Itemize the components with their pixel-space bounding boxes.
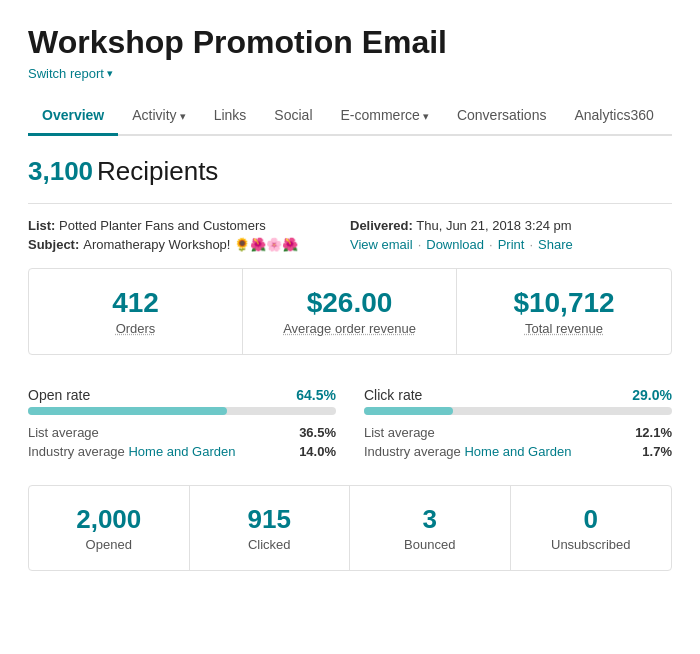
bottom-stat-2: 3 Bounced [350,486,511,570]
list-meta: List: Potted Planter Fans and Customers [28,218,350,233]
rates-section: Open rate 64.5% List average 36.5% Indus… [28,387,672,463]
rate-bar-bg-1 [364,407,672,415]
switch-report-button[interactable]: Switch report [28,66,113,81]
nav-item-social[interactable]: Social [260,97,326,136]
industry-label-1: Industry average Home and Garden [364,444,571,459]
bottom-stat-3: 0 Unsubscribed [511,486,672,570]
industry-label-0: Industry average Home and Garden [28,444,235,459]
bottom-stat-value-0: 2,000 [43,504,175,535]
nav-item-overview[interactable]: Overview [28,97,118,136]
bottom-stat-value-1: 915 [204,504,336,535]
subject-label: Subject: [28,237,79,252]
print-link[interactable]: Print [498,237,525,252]
stat-value-0: 412 [45,287,226,319]
list-avg-label-1: List average [364,425,435,440]
list-label: List: [28,218,55,233]
divider [28,203,672,204]
rate-bar-fill-1 [364,407,453,415]
page-title: Workshop Promotion Email [28,24,672,61]
nav-item-links[interactable]: Links [200,97,261,136]
rate-bar-bg-0 [28,407,336,415]
stat-card-0: 412 Orders [29,269,243,354]
stat-value-1: $26.00 [259,287,440,319]
stats-cards: 412 Orders $26.00 Average order revenue … [28,268,672,355]
bottom-stat-label-3: Unsubscribed [525,537,658,552]
subject-meta: Subject: Aromatherapy Workshop! 🌻🌺🌸🌺 [28,237,350,252]
rate-percent-0: 64.5% [296,387,336,403]
rate-bar-fill-0 [28,407,227,415]
rate-industry-avg-1: Industry average Home and Garden 1.7% [364,444,672,459]
nav-item-e-commerce[interactable]: E-commerce [327,97,443,136]
bottom-stat-label-2: Bounced [364,537,496,552]
rate-industry-avg-0: Industry average Home and Garden 14.0% [28,444,336,459]
industry-link-0[interactable]: Home and Garden [128,444,235,459]
nav-item-activity[interactable]: Activity [118,97,199,136]
rate-block-1: Click rate 29.0% List average 12.1% Indu… [364,387,672,463]
bottom-stat-label-1: Clicked [204,537,336,552]
sep1: · [418,237,422,252]
meta-section: List: Potted Planter Fans and Customers … [28,218,672,252]
view-email-link[interactable]: View email [350,237,413,252]
sep3: · [529,237,533,252]
rate-list-avg-0: List average 36.5% [28,425,336,440]
rate-title-1: Click rate [364,387,422,403]
rate-percent-1: 29.0% [632,387,672,403]
rate-title-0: Open rate [28,387,90,403]
stat-card-1: $26.00 Average order revenue [243,269,457,354]
recipients-section: 3,100 Recipients [28,156,672,187]
list-avg-val-0: 36.5% [299,425,336,440]
stat-label-0: Orders [45,321,226,336]
list-avg-label-0: List average [28,425,99,440]
industry-val-1: 1.7% [642,444,672,459]
bottom-stats: 2,000 Opened 915 Clicked 3 Bounced 0 Uns… [28,485,672,571]
stat-value-2: $10,712 [473,287,655,319]
industry-link-1[interactable]: Home and Garden [464,444,571,459]
download-link[interactable]: Download [426,237,484,252]
stat-card-2: $10,712 Total revenue [457,269,671,354]
rate-list-avg-1: List average 12.1% [364,425,672,440]
bottom-stat-label-0: Opened [43,537,175,552]
list-avg-val-1: 12.1% [635,425,672,440]
bottom-stat-1: 915 Clicked [190,486,351,570]
delivered-label: Delivered: [350,218,413,233]
nav-item-analytics360[interactable]: Analytics360 [560,97,667,136]
bottom-stat-value-2: 3 [364,504,496,535]
delivered-meta: Delivered: Thu, Jun 21, 2018 3:24 pm [350,218,672,233]
bottom-stat-value-3: 0 [525,504,658,535]
email-actions: View email · Download · Print · Share [350,237,672,252]
stat-label-2: Total revenue [473,321,655,336]
nav-item-conversations[interactable]: Conversations [443,97,561,136]
sep2: · [489,237,493,252]
bottom-stat-0: 2,000 Opened [29,486,190,570]
rate-block-0: Open rate 64.5% List average 36.5% Indus… [28,387,336,463]
share-link[interactable]: Share [538,237,573,252]
recipients-count: 3,100 [28,156,93,186]
industry-val-0: 14.0% [299,444,336,459]
stat-label-1: Average order revenue [259,321,440,336]
main-nav: OverviewActivityLinksSocialE-commerceCon… [28,97,672,136]
